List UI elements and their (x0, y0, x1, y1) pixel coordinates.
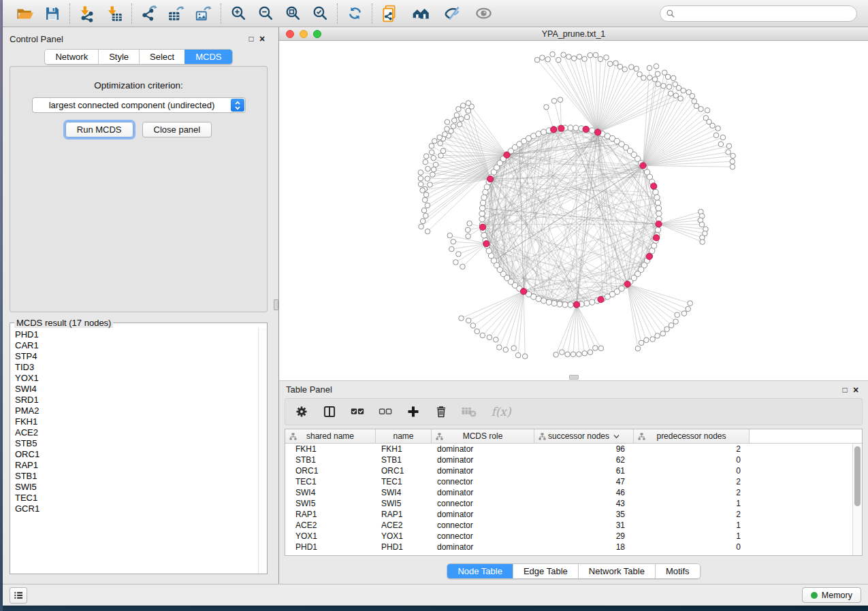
memory-button[interactable]: Memory (802, 587, 861, 603)
table-scrollbar[interactable] (852, 444, 862, 555)
zoom-fit-button[interactable] (283, 3, 303, 24)
status-bar: Memory (3, 584, 868, 606)
delete-table-button-disabled[interactable] (461, 403, 477, 420)
column-header-successor-nodes[interactable]: successor nodes (534, 429, 634, 443)
table-row[interactable]: YOX1YOX1connector291 (285, 531, 862, 542)
zoom-fit-icon (285, 5, 302, 22)
tab-node-table[interactable]: Node Table (447, 564, 513, 578)
vision-eye-slash-icon (443, 4, 462, 22)
search-box[interactable] (660, 5, 857, 22)
network-canvas[interactable] (279, 41, 868, 375)
table-row[interactable]: ORC1ORC1dominator610 (285, 465, 862, 476)
table-settings-button[interactable] (293, 403, 310, 420)
table-row[interactable]: RAP1RAP1dominator352 (285, 509, 862, 520)
zoom-out-button[interactable] (255, 3, 276, 24)
select-all-button[interactable] (349, 403, 366, 420)
column-header-name[interactable]: name (376, 429, 432, 443)
table-row[interactable]: TEC1TEC1connector472 (285, 476, 862, 487)
function-builder-button-disabled[interactable]: f(x) (489, 403, 513, 420)
zoom-selected-icon (312, 5, 329, 22)
table-row[interactable]: SWI5SWI5connector431 (285, 498, 862, 509)
table-cell: PHD1 (285, 542, 376, 552)
main-toolbar (3, 0, 868, 27)
list-item[interactable]: GCR1 (15, 503, 258, 514)
list-item[interactable]: RAP1 (15, 460, 258, 471)
zoom-in-button[interactable] (228, 3, 248, 24)
close-panel-icon[interactable]: × (850, 385, 861, 395)
list-item[interactable]: FKH1 (15, 416, 258, 427)
list-item[interactable]: STB1 (15, 471, 258, 482)
save-session-button[interactable] (42, 3, 63, 24)
float-panel-icon[interactable]: □ (839, 385, 850, 395)
table-row[interactable]: ACE2ACE2connector311 (285, 520, 862, 531)
list-item[interactable]: SWI5 (15, 482, 258, 493)
task-history-button[interactable] (10, 587, 27, 604)
list-item[interactable]: SRD1 (15, 395, 258, 406)
list-item[interactable]: ORC1 (15, 449, 258, 460)
tab-network[interactable]: Network (45, 50, 98, 64)
zoom-selected-button[interactable] (310, 3, 330, 24)
splitter-handle[interactable] (274, 299, 278, 310)
table-row[interactable]: STB1STB1dominator620 (285, 455, 862, 465)
refresh-button[interactable] (344, 3, 365, 24)
network-graph[interactable] (279, 41, 868, 375)
horizontal-splitter[interactable] (279, 375, 868, 380)
table-cell: PHD1 (376, 542, 432, 552)
list-item[interactable]: YOX1 (15, 373, 258, 384)
splitter-handle[interactable] (569, 375, 579, 380)
unchecked-boxes-icon (378, 404, 393, 419)
tab-motifs[interactable]: Motifs (655, 564, 700, 578)
column-header-shared-name[interactable]: shared name (285, 429, 376, 443)
search-input[interactable] (679, 9, 851, 18)
tab-network-table[interactable]: Network Table (578, 564, 655, 578)
tab-mcds[interactable]: MCDS (184, 50, 231, 64)
list-item[interactable]: PHD1 (15, 329, 258, 340)
node-table: shared namenameMCDS rolesuccessor nodesp… (285, 429, 863, 556)
export-table-button[interactable] (166, 3, 187, 24)
list-item[interactable]: ACE2 (15, 427, 258, 438)
import-table-button[interactable] (104, 3, 125, 24)
show-hide-panels-button[interactable] (411, 3, 431, 24)
table-cell: FKH1 (376, 444, 432, 454)
list-item[interactable]: STB5 (15, 438, 258, 449)
scrollbar-thumb[interactable] (854, 446, 861, 506)
vision-toggle-button[interactable] (442, 3, 462, 24)
list-item[interactable]: TEC1 (15, 493, 258, 503)
list-item[interactable]: TID3 (15, 362, 258, 373)
table-row[interactable]: SWI4SWI4dominator462 (285, 487, 862, 498)
table-row[interactable]: PHD1PHD1dominator180 (285, 542, 862, 552)
export-image-button[interactable] (193, 3, 214, 24)
list-item[interactable]: SWI4 (15, 384, 258, 395)
eye-button[interactable] (473, 3, 494, 24)
open-file-button[interactable] (15, 3, 35, 24)
tab-edge-table[interactable]: Edge Table (513, 564, 578, 578)
run-mcds-button[interactable]: Run MCDS (65, 122, 133, 137)
float-panel-icon[interactable]: □ (246, 34, 257, 44)
export-network-button[interactable] (139, 3, 159, 24)
vertical-splitter[interactable] (273, 27, 279, 584)
close-panel-icon[interactable]: × (257, 34, 268, 44)
column-header-mcds-role[interactable]: MCDS role (432, 429, 534, 443)
result-list-scrollbar[interactable] (258, 328, 267, 574)
add-column-button[interactable] (405, 403, 421, 420)
tab-select[interactable]: Select (139, 50, 184, 64)
columns-icon (323, 405, 336, 418)
column-header-predecessor-nodes[interactable]: predecessor nodes (634, 429, 750, 443)
table-row[interactable]: FKH1FKH1dominator962 (285, 444, 862, 455)
trash-icon (434, 405, 448, 418)
list-item[interactable]: CAR1 (15, 340, 258, 351)
delete-column-button[interactable] (433, 403, 449, 420)
import-network-button[interactable] (77, 3, 97, 24)
optimization-criterion-select[interactable]: largest connected component (undirected) (32, 97, 246, 113)
table-toolbar: f(x) (285, 398, 863, 425)
tab-style[interactable]: Style (98, 50, 139, 64)
network-file-button[interactable] (379, 3, 400, 24)
deselect-all-button[interactable] (377, 403, 393, 420)
close-panel-button[interactable]: Close panel (142, 122, 212, 137)
list-item[interactable]: PMA2 (15, 406, 258, 416)
save-floppy-icon (44, 5, 61, 22)
mcds-result-list[interactable]: PHD1CAR1STP4TID3YOX1SWI4SRD1PMA2FKH1ACE2… (10, 328, 258, 574)
toggle-panel-layout-button[interactable] (321, 403, 338, 420)
list-item[interactable]: STP4 (15, 351, 258, 362)
table-cell: 61 (534, 466, 634, 476)
